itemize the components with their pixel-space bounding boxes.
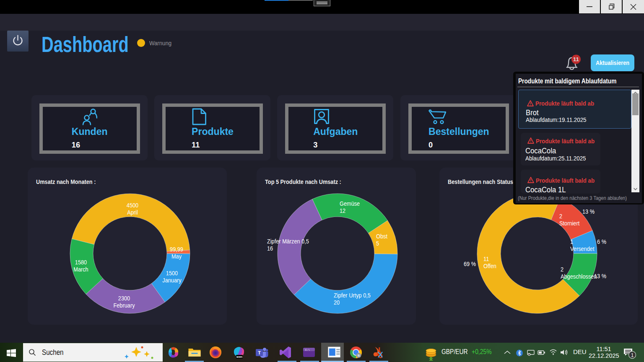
svg-text:1: 1 [631,352,634,358]
svg-text:T: T [258,350,261,355]
svg-text:C:\: C:\ [305,349,310,352]
svg-text:M365: M365 [236,356,242,358]
svg-text:B: B [358,354,360,357]
